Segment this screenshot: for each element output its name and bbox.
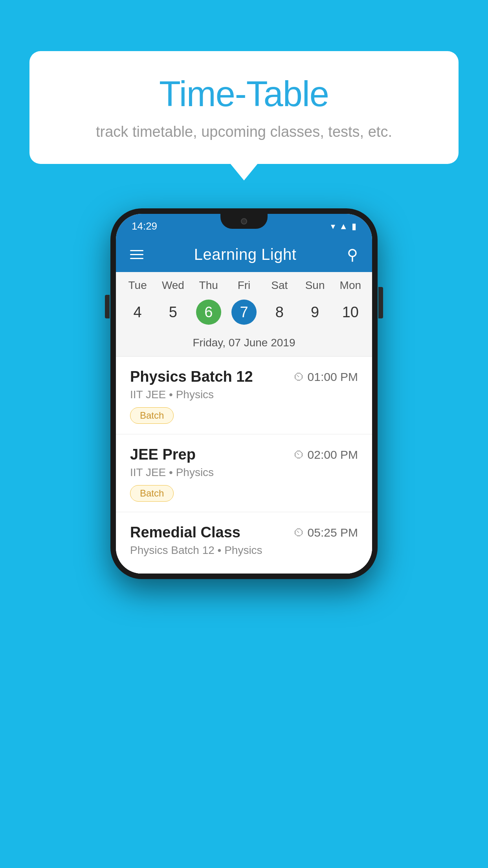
app-title: Learning Light: [194, 246, 297, 263]
class-name-1: Physics Batch 12: [130, 368, 253, 385]
class-item-header-3: Remedial Class ⏲ 05:25 PM: [130, 524, 358, 541]
day-header-sat: Sat: [262, 279, 297, 292]
class-time-value-1: 01:00 PM: [308, 370, 358, 384]
phone-outer: 14:29 ▾ ▲ ▮ Learning Light ⚲: [110, 208, 378, 579]
day-headers: Tue Wed Thu Fri Sat Sun Mon: [116, 272, 372, 295]
day-header-tue: Tue: [120, 279, 155, 292]
hamburger-line-1: [130, 250, 143, 251]
speech-bubble: Time-Table track timetable, upcoming cla…: [29, 51, 459, 164]
class-item-remedial[interactable]: Remedial Class ⏲ 05:25 PM Physics Batch …: [116, 512, 372, 574]
status-time: 14:29: [132, 220, 157, 232]
phone-mockup: 14:29 ▾ ▲ ▮ Learning Light ⚲: [110, 208, 378, 579]
day-6-circle[interactable]: 6: [196, 300, 221, 325]
calendar-strip: Tue Wed Thu Fri Sat Sun Mon 4 5 6 7: [116, 272, 372, 357]
wifi-icon: ▾: [331, 221, 335, 232]
class-item-header-1: Physics Batch 12 ⏲ 01:00 PM: [130, 368, 358, 385]
batch-badge-1: Batch: [130, 407, 174, 424]
hamburger-line-3: [130, 258, 143, 259]
day-header-mon: Mon: [333, 279, 368, 292]
status-bar: 14:29 ▾ ▲ ▮: [116, 214, 372, 237]
day-4[interactable]: 4: [120, 296, 155, 328]
class-time-value-2: 02:00 PM: [308, 448, 358, 462]
class-time-3: ⏲ 05:25 PM: [294, 526, 358, 539]
class-item-jee-prep[interactable]: JEE Prep ⏲ 02:00 PM IIT JEE • Physics Ba…: [116, 434, 372, 512]
class-item-physics-batch-12[interactable]: Physics Batch 12 ⏲ 01:00 PM IIT JEE • Ph…: [116, 357, 372, 434]
search-button[interactable]: ⚲: [347, 246, 358, 263]
camera-dot: [241, 218, 247, 224]
class-name-3: Remedial Class: [130, 524, 240, 541]
batch-badge-2: Batch: [130, 485, 174, 502]
status-icons: ▾ ▲ ▮: [331, 221, 356, 232]
class-item-header-2: JEE Prep ⏲ 02:00 PM: [130, 446, 358, 463]
day-10[interactable]: 10: [333, 296, 368, 328]
selected-date-label: Friday, 07 June 2019: [116, 334, 372, 357]
hamburger-menu-button[interactable]: [130, 250, 143, 259]
class-time-2: ⏲ 02:00 PM: [294, 448, 358, 462]
class-meta-1: IIT JEE • Physics: [130, 388, 358, 401]
class-time-value-3: 05:25 PM: [308, 526, 358, 539]
day-9[interactable]: 9: [297, 296, 332, 328]
signal-icon: ▲: [339, 221, 348, 232]
bubble-subtitle: track timetable, upcoming classes, tests…: [61, 121, 427, 142]
day-5[interactable]: 5: [155, 296, 191, 328]
clock-icon-2: ⏲: [294, 448, 305, 461]
hamburger-line-2: [130, 254, 143, 255]
day-7-circle[interactable]: 7: [231, 300, 257, 325]
day-numbers: 4 5 6 7 8 9 10: [116, 295, 372, 334]
class-list: Physics Batch 12 ⏲ 01:00 PM IIT JEE • Ph…: [116, 357, 372, 574]
phone-screen: 14:29 ▾ ▲ ▮ Learning Light ⚲: [116, 214, 372, 574]
day-header-wed: Wed: [155, 279, 191, 292]
day-header-sun: Sun: [297, 279, 332, 292]
day-7[interactable]: 7: [226, 296, 262, 328]
battery-icon: ▮: [352, 221, 356, 232]
day-header-thu: Thu: [191, 279, 226, 292]
day-8[interactable]: 8: [262, 296, 297, 328]
clock-icon-1: ⏲: [294, 370, 305, 383]
notch: [220, 214, 268, 229]
speech-bubble-section: Time-Table track timetable, upcoming cla…: [29, 51, 459, 164]
app-bar: Learning Light ⚲: [116, 237, 372, 272]
bubble-title: Time-Table: [61, 75, 427, 114]
class-meta-2: IIT JEE • Physics: [130, 466, 358, 479]
class-name-2: JEE Prep: [130, 446, 196, 463]
class-time-1: ⏲ 01:00 PM: [294, 370, 358, 384]
clock-icon-3: ⏲: [294, 526, 305, 539]
day-header-fri: Fri: [226, 279, 262, 292]
day-6[interactable]: 6: [191, 296, 226, 328]
class-meta-3: Physics Batch 12 • Physics: [130, 544, 358, 557]
